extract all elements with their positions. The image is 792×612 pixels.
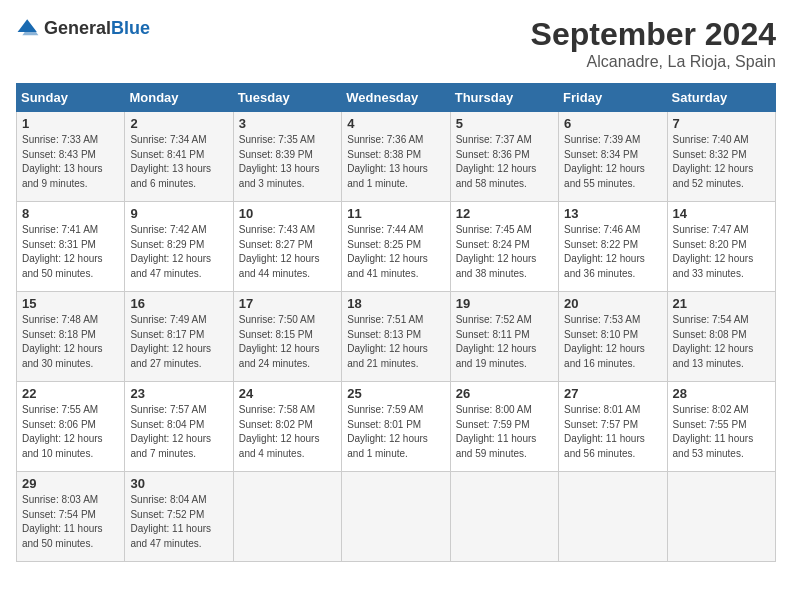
calendar-cell: 30Sunrise: 8:04 AMSunset: 7:52 PMDayligh… (125, 472, 233, 562)
day-number: 23 (130, 386, 227, 401)
day-info: Sunrise: 7:46 AMSunset: 8:22 PMDaylight:… (564, 223, 661, 281)
day-number: 25 (347, 386, 444, 401)
calendar-cell (667, 472, 775, 562)
col-saturday: Saturday (667, 84, 775, 112)
page-header: GeneralBlue September 2024 Alcanadre, La… (16, 16, 776, 71)
day-number: 18 (347, 296, 444, 311)
day-info: Sunrise: 7:43 AMSunset: 8:27 PMDaylight:… (239, 223, 336, 281)
day-number: 12 (456, 206, 553, 221)
calendar-cell: 26Sunrise: 8:00 AMSunset: 7:59 PMDayligh… (450, 382, 558, 472)
col-monday: Monday (125, 84, 233, 112)
column-headers: Sunday Monday Tuesday Wednesday Thursday… (17, 84, 776, 112)
calendar-cell: 19Sunrise: 7:52 AMSunset: 8:11 PMDayligh… (450, 292, 558, 382)
day-info: Sunrise: 8:01 AMSunset: 7:57 PMDaylight:… (564, 403, 661, 461)
day-info: Sunrise: 7:37 AMSunset: 8:36 PMDaylight:… (456, 133, 553, 191)
calendar-week-1: 1Sunrise: 7:33 AMSunset: 8:43 PMDaylight… (17, 112, 776, 202)
day-number: 22 (22, 386, 119, 401)
day-number: 15 (22, 296, 119, 311)
day-number: 9 (130, 206, 227, 221)
calendar-cell (342, 472, 450, 562)
calendar-cell: 28Sunrise: 8:02 AMSunset: 7:55 PMDayligh… (667, 382, 775, 472)
calendar-cell: 24Sunrise: 7:58 AMSunset: 8:02 PMDayligh… (233, 382, 341, 472)
month-title: September 2024 (531, 16, 776, 53)
calendar-week-2: 8Sunrise: 7:41 AMSunset: 8:31 PMDaylight… (17, 202, 776, 292)
col-sunday: Sunday (17, 84, 125, 112)
day-info: Sunrise: 8:04 AMSunset: 7:52 PMDaylight:… (130, 493, 227, 551)
calendar-cell: 27Sunrise: 8:01 AMSunset: 7:57 PMDayligh… (559, 382, 667, 472)
calendar-week-4: 22Sunrise: 7:55 AMSunset: 8:06 PMDayligh… (17, 382, 776, 472)
day-info: Sunrise: 7:47 AMSunset: 8:20 PMDaylight:… (673, 223, 770, 281)
calendar-cell: 13Sunrise: 7:46 AMSunset: 8:22 PMDayligh… (559, 202, 667, 292)
day-number: 20 (564, 296, 661, 311)
day-number: 14 (673, 206, 770, 221)
day-info: Sunrise: 7:52 AMSunset: 8:11 PMDaylight:… (456, 313, 553, 371)
logo-icon (16, 16, 40, 40)
calendar-cell: 29Sunrise: 8:03 AMSunset: 7:54 PMDayligh… (17, 472, 125, 562)
calendar-cell: 17Sunrise: 7:50 AMSunset: 8:15 PMDayligh… (233, 292, 341, 382)
day-info: Sunrise: 7:39 AMSunset: 8:34 PMDaylight:… (564, 133, 661, 191)
day-info: Sunrise: 7:51 AMSunset: 8:13 PMDaylight:… (347, 313, 444, 371)
day-info: Sunrise: 7:48 AMSunset: 8:18 PMDaylight:… (22, 313, 119, 371)
calendar-cell: 7Sunrise: 7:40 AMSunset: 8:32 PMDaylight… (667, 112, 775, 202)
day-number: 6 (564, 116, 661, 131)
day-info: Sunrise: 7:53 AMSunset: 8:10 PMDaylight:… (564, 313, 661, 371)
day-number: 16 (130, 296, 227, 311)
logo: GeneralBlue (16, 16, 150, 40)
logo-text: GeneralBlue (44, 18, 150, 39)
day-info: Sunrise: 7:33 AMSunset: 8:43 PMDaylight:… (22, 133, 119, 191)
location-title: Alcanadre, La Rioja, Spain (531, 53, 776, 71)
col-friday: Friday (559, 84, 667, 112)
day-info: Sunrise: 7:49 AMSunset: 8:17 PMDaylight:… (130, 313, 227, 371)
calendar-cell: 22Sunrise: 7:55 AMSunset: 8:06 PMDayligh… (17, 382, 125, 472)
calendar-cell: 20Sunrise: 7:53 AMSunset: 8:10 PMDayligh… (559, 292, 667, 382)
calendar-cell (450, 472, 558, 562)
day-number: 13 (564, 206, 661, 221)
calendar-cell: 8Sunrise: 7:41 AMSunset: 8:31 PMDaylight… (17, 202, 125, 292)
calendar-cell: 18Sunrise: 7:51 AMSunset: 8:13 PMDayligh… (342, 292, 450, 382)
day-info: Sunrise: 7:55 AMSunset: 8:06 PMDaylight:… (22, 403, 119, 461)
day-number: 27 (564, 386, 661, 401)
day-info: Sunrise: 7:44 AMSunset: 8:25 PMDaylight:… (347, 223, 444, 281)
day-number: 28 (673, 386, 770, 401)
day-info: Sunrise: 7:50 AMSunset: 8:15 PMDaylight:… (239, 313, 336, 371)
day-info: Sunrise: 7:36 AMSunset: 8:38 PMDaylight:… (347, 133, 444, 191)
day-number: 29 (22, 476, 119, 491)
day-info: Sunrise: 8:02 AMSunset: 7:55 PMDaylight:… (673, 403, 770, 461)
day-info: Sunrise: 7:40 AMSunset: 8:32 PMDaylight:… (673, 133, 770, 191)
day-number: 8 (22, 206, 119, 221)
title-block: September 2024 Alcanadre, La Rioja, Spai… (531, 16, 776, 71)
calendar-cell: 15Sunrise: 7:48 AMSunset: 8:18 PMDayligh… (17, 292, 125, 382)
day-info: Sunrise: 7:54 AMSunset: 8:08 PMDaylight:… (673, 313, 770, 371)
calendar-cell: 3Sunrise: 7:35 AMSunset: 8:39 PMDaylight… (233, 112, 341, 202)
day-number: 17 (239, 296, 336, 311)
calendar-cell: 1Sunrise: 7:33 AMSunset: 8:43 PMDaylight… (17, 112, 125, 202)
day-number: 26 (456, 386, 553, 401)
day-info: Sunrise: 7:35 AMSunset: 8:39 PMDaylight:… (239, 133, 336, 191)
calendar-cell: 9Sunrise: 7:42 AMSunset: 8:29 PMDaylight… (125, 202, 233, 292)
calendar-cell: 4Sunrise: 7:36 AMSunset: 8:38 PMDaylight… (342, 112, 450, 202)
calendar-cell: 16Sunrise: 7:49 AMSunset: 8:17 PMDayligh… (125, 292, 233, 382)
calendar-cell: 21Sunrise: 7:54 AMSunset: 8:08 PMDayligh… (667, 292, 775, 382)
day-number: 2 (130, 116, 227, 131)
day-number: 5 (456, 116, 553, 131)
day-number: 24 (239, 386, 336, 401)
day-number: 30 (130, 476, 227, 491)
day-info: Sunrise: 7:57 AMSunset: 8:04 PMDaylight:… (130, 403, 227, 461)
calendar-cell: 23Sunrise: 7:57 AMSunset: 8:04 PMDayligh… (125, 382, 233, 472)
calendar-cell: 2Sunrise: 7:34 AMSunset: 8:41 PMDaylight… (125, 112, 233, 202)
day-info: Sunrise: 7:41 AMSunset: 8:31 PMDaylight:… (22, 223, 119, 281)
day-info: Sunrise: 7:34 AMSunset: 8:41 PMDaylight:… (130, 133, 227, 191)
calendar-week-3: 15Sunrise: 7:48 AMSunset: 8:18 PMDayligh… (17, 292, 776, 382)
day-number: 19 (456, 296, 553, 311)
day-info: Sunrise: 7:42 AMSunset: 8:29 PMDaylight:… (130, 223, 227, 281)
day-number: 4 (347, 116, 444, 131)
calendar-cell: 6Sunrise: 7:39 AMSunset: 8:34 PMDaylight… (559, 112, 667, 202)
day-number: 11 (347, 206, 444, 221)
calendar-cell (233, 472, 341, 562)
calendar-cell: 25Sunrise: 7:59 AMSunset: 8:01 PMDayligh… (342, 382, 450, 472)
calendar-cell: 11Sunrise: 7:44 AMSunset: 8:25 PMDayligh… (342, 202, 450, 292)
calendar-cell (559, 472, 667, 562)
col-wednesday: Wednesday (342, 84, 450, 112)
day-number: 3 (239, 116, 336, 131)
day-info: Sunrise: 8:00 AMSunset: 7:59 PMDaylight:… (456, 403, 553, 461)
